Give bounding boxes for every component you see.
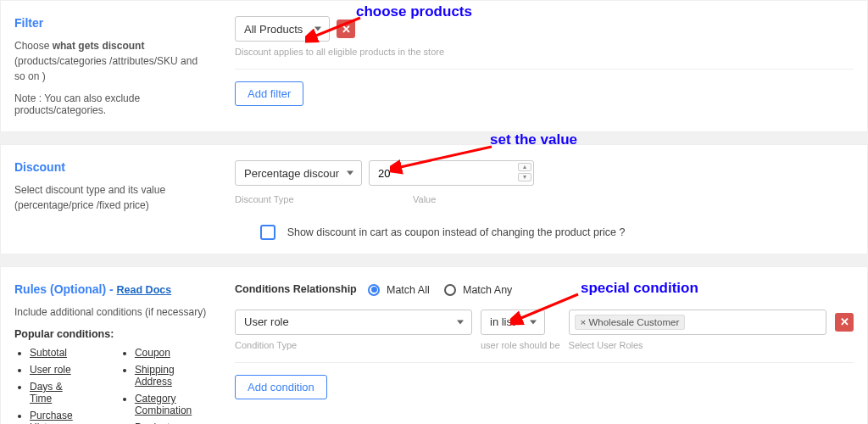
filter-product-select[interactable]: All Products bbox=[235, 16, 330, 42]
rules-title: Rules (Optional) - Read Docs bbox=[14, 282, 208, 296]
condition-type-label: Condition Type bbox=[235, 340, 472, 350]
match-any-label: Match Any bbox=[463, 284, 512, 296]
divider bbox=[235, 69, 854, 70]
discount-description: Select discount type and its value (perc… bbox=[14, 182, 208, 213]
conditions-relationship-label: Conditions Relationship bbox=[235, 283, 357, 295]
rules-description: Include additional conditions (if necess… bbox=[14, 304, 208, 320]
popular-link[interactable]: Coupon bbox=[135, 347, 170, 359]
popular-list-2: Coupon Shipping Address Category Combina… bbox=[120, 347, 208, 424]
user-role-tag[interactable]: × Wholesale Customer bbox=[575, 315, 686, 330]
discount-type-label: Discount Type bbox=[235, 194, 362, 204]
condition-operator-select[interactable]: in list bbox=[481, 310, 545, 335]
show-as-coupon-checkbox[interactable] bbox=[260, 225, 275, 240]
stepper-down-icon[interactable]: ▾ bbox=[518, 173, 531, 181]
discount-value-input[interactable] bbox=[369, 160, 534, 186]
discount-value-label: Value bbox=[413, 194, 436, 204]
read-docs-link[interactable]: Read Docs bbox=[117, 284, 172, 296]
show-as-coupon-label: Show discount in cart as coupon instead … bbox=[287, 226, 626, 238]
filter-description: Choose what gets discount (products/cate… bbox=[14, 38, 208, 84]
filter-help-text: Discount applies to all eligible product… bbox=[235, 47, 854, 57]
discount-title: Discount bbox=[14, 160, 208, 174]
filter-title: Filter bbox=[14, 16, 208, 30]
add-condition-button[interactable]: Add condition bbox=[235, 375, 327, 399]
close-icon: ✕ bbox=[342, 23, 351, 36]
popular-link[interactable]: Days & Time bbox=[30, 381, 63, 404]
popular-link[interactable]: Category Combination bbox=[135, 393, 192, 416]
match-any-radio[interactable] bbox=[444, 284, 456, 296]
user-roles-label: Select User Roles bbox=[569, 340, 826, 350]
popular-conditions-title: Popular conditions: bbox=[14, 328, 208, 340]
discount-section: Discount Select discount type and its va… bbox=[0, 144, 868, 254]
stepper-up-icon[interactable]: ▴ bbox=[518, 163, 531, 171]
match-all-label: Match All bbox=[387, 284, 430, 296]
discount-type-select[interactable]: Percentage discount bbox=[235, 160, 362, 186]
filter-section: Filter Choose what gets discount (produc… bbox=[0, 0, 868, 132]
popular-link[interactable]: Subtotal bbox=[30, 347, 67, 359]
condition-operator-label: user role should be bbox=[481, 340, 560, 350]
filter-remove-button[interactable]: ✕ bbox=[337, 20, 355, 38]
popular-link[interactable]: User role bbox=[30, 364, 71, 376]
condition-remove-button[interactable]: ✕ bbox=[835, 313, 854, 332]
close-icon: ✕ bbox=[840, 315, 849, 328]
filter-note: Note : You can also exclude products/cat… bbox=[14, 92, 208, 116]
divider bbox=[235, 362, 854, 363]
add-filter-button[interactable]: Add filter bbox=[235, 81, 303, 106]
popular-link[interactable]: Shipping Address bbox=[135, 364, 175, 388]
rules-section: Rules (Optional) - Read Docs Include add… bbox=[0, 266, 868, 424]
popular-link[interactable]: Purchase History bbox=[30, 410, 73, 424]
condition-type-select[interactable]: User role bbox=[235, 310, 472, 335]
popular-list-1: Subtotal User role Days & Time Purchase … bbox=[14, 347, 86, 424]
user-roles-input[interactable]: × Wholesale Customer bbox=[569, 310, 826, 335]
match-all-radio[interactable] bbox=[368, 284, 380, 296]
